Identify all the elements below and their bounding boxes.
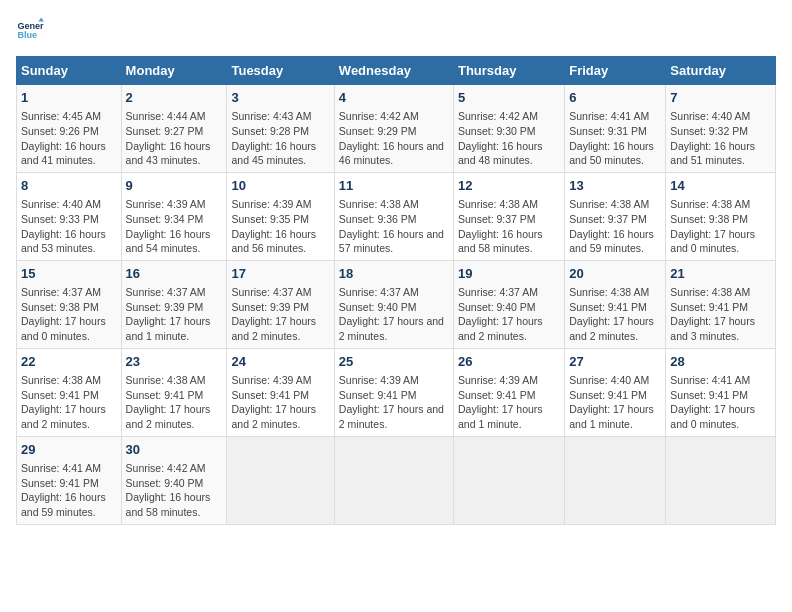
day-number: 20 <box>569 265 661 283</box>
day-info: Sunrise: 4:38 AM Sunset: 9:36 PM Dayligh… <box>339 197 449 256</box>
day-info: Sunrise: 4:40 AM Sunset: 9:41 PM Dayligh… <box>569 373 661 432</box>
day-info: Sunrise: 4:41 AM Sunset: 9:31 PM Dayligh… <box>569 109 661 168</box>
day-info: Sunrise: 4:45 AM Sunset: 9:26 PM Dayligh… <box>21 109 117 168</box>
calendar-cell <box>565 436 666 524</box>
calendar-cell: 7Sunrise: 4:40 AM Sunset: 9:32 PM Daylig… <box>666 85 776 173</box>
day-number: 18 <box>339 265 449 283</box>
day-info: Sunrise: 4:38 AM Sunset: 9:37 PM Dayligh… <box>458 197 560 256</box>
day-number: 8 <box>21 177 117 195</box>
day-number: 9 <box>126 177 223 195</box>
day-info: Sunrise: 4:37 AM Sunset: 9:39 PM Dayligh… <box>231 285 329 344</box>
calendar-cell: 9Sunrise: 4:39 AM Sunset: 9:34 PM Daylig… <box>121 172 227 260</box>
day-info: Sunrise: 4:37 AM Sunset: 9:40 PM Dayligh… <box>458 285 560 344</box>
svg-text:General: General <box>17 21 44 31</box>
day-number: 6 <box>569 89 661 107</box>
day-info: Sunrise: 4:44 AM Sunset: 9:27 PM Dayligh… <box>126 109 223 168</box>
day-number: 17 <box>231 265 329 283</box>
calendar-cell: 30Sunrise: 4:42 AM Sunset: 9:40 PM Dayli… <box>121 436 227 524</box>
day-info: Sunrise: 4:42 AM Sunset: 9:40 PM Dayligh… <box>126 461 223 520</box>
calendar-week-row: 22Sunrise: 4:38 AM Sunset: 9:41 PM Dayli… <box>17 348 776 436</box>
calendar-cell: 15Sunrise: 4:37 AM Sunset: 9:38 PM Dayli… <box>17 260 122 348</box>
day-number: 14 <box>670 177 771 195</box>
day-number: 7 <box>670 89 771 107</box>
calendar-cell <box>666 436 776 524</box>
page-header: General Blue <box>16 16 776 44</box>
day-info: Sunrise: 4:39 AM Sunset: 9:41 PM Dayligh… <box>231 373 329 432</box>
calendar-cell: 18Sunrise: 4:37 AM Sunset: 9:40 PM Dayli… <box>334 260 453 348</box>
calendar-cell: 25Sunrise: 4:39 AM Sunset: 9:41 PM Dayli… <box>334 348 453 436</box>
day-number: 12 <box>458 177 560 195</box>
day-number: 29 <box>21 441 117 459</box>
calendar-cell: 5Sunrise: 4:42 AM Sunset: 9:30 PM Daylig… <box>453 85 564 173</box>
day-info: Sunrise: 4:43 AM Sunset: 9:28 PM Dayligh… <box>231 109 329 168</box>
calendar-cell: 3Sunrise: 4:43 AM Sunset: 9:28 PM Daylig… <box>227 85 334 173</box>
day-info: Sunrise: 4:42 AM Sunset: 9:29 PM Dayligh… <box>339 109 449 168</box>
logo-icon: General Blue <box>16 16 44 44</box>
header-friday: Friday <box>565 57 666 85</box>
day-info: Sunrise: 4:38 AM Sunset: 9:41 PM Dayligh… <box>126 373 223 432</box>
calendar-cell: 11Sunrise: 4:38 AM Sunset: 9:36 PM Dayli… <box>334 172 453 260</box>
day-info: Sunrise: 4:38 AM Sunset: 9:38 PM Dayligh… <box>670 197 771 256</box>
day-number: 16 <box>126 265 223 283</box>
day-info: Sunrise: 4:37 AM Sunset: 9:38 PM Dayligh… <box>21 285 117 344</box>
day-info: Sunrise: 4:37 AM Sunset: 9:40 PM Dayligh… <box>339 285 449 344</box>
calendar-table: SundayMondayTuesdayWednesdayThursdayFrid… <box>16 56 776 525</box>
calendar-week-row: 29Sunrise: 4:41 AM Sunset: 9:41 PM Dayli… <box>17 436 776 524</box>
calendar-cell: 10Sunrise: 4:39 AM Sunset: 9:35 PM Dayli… <box>227 172 334 260</box>
header-tuesday: Tuesday <box>227 57 334 85</box>
day-info: Sunrise: 4:39 AM Sunset: 9:34 PM Dayligh… <box>126 197 223 256</box>
calendar-cell: 14Sunrise: 4:38 AM Sunset: 9:38 PM Dayli… <box>666 172 776 260</box>
day-number: 13 <box>569 177 661 195</box>
calendar-cell: 24Sunrise: 4:39 AM Sunset: 9:41 PM Dayli… <box>227 348 334 436</box>
day-info: Sunrise: 4:40 AM Sunset: 9:33 PM Dayligh… <box>21 197 117 256</box>
calendar-cell: 8Sunrise: 4:40 AM Sunset: 9:33 PM Daylig… <box>17 172 122 260</box>
day-number: 25 <box>339 353 449 371</box>
calendar-cell: 12Sunrise: 4:38 AM Sunset: 9:37 PM Dayli… <box>453 172 564 260</box>
calendar-cell: 20Sunrise: 4:38 AM Sunset: 9:41 PM Dayli… <box>565 260 666 348</box>
day-number: 19 <box>458 265 560 283</box>
day-number: 3 <box>231 89 329 107</box>
calendar-cell: 19Sunrise: 4:37 AM Sunset: 9:40 PM Dayli… <box>453 260 564 348</box>
calendar-cell <box>227 436 334 524</box>
day-number: 5 <box>458 89 560 107</box>
calendar-week-row: 8Sunrise: 4:40 AM Sunset: 9:33 PM Daylig… <box>17 172 776 260</box>
day-info: Sunrise: 4:38 AM Sunset: 9:41 PM Dayligh… <box>670 285 771 344</box>
svg-text:Blue: Blue <box>17 30 37 40</box>
calendar-week-row: 15Sunrise: 4:37 AM Sunset: 9:38 PM Dayli… <box>17 260 776 348</box>
calendar-cell: 6Sunrise: 4:41 AM Sunset: 9:31 PM Daylig… <box>565 85 666 173</box>
day-number: 4 <box>339 89 449 107</box>
logo: General Blue <box>16 16 48 44</box>
day-number: 24 <box>231 353 329 371</box>
day-info: Sunrise: 4:41 AM Sunset: 9:41 PM Dayligh… <box>21 461 117 520</box>
calendar-cell: 28Sunrise: 4:41 AM Sunset: 9:41 PM Dayli… <box>666 348 776 436</box>
day-number: 11 <box>339 177 449 195</box>
day-number: 22 <box>21 353 117 371</box>
day-number: 15 <box>21 265 117 283</box>
day-info: Sunrise: 4:37 AM Sunset: 9:39 PM Dayligh… <box>126 285 223 344</box>
day-info: Sunrise: 4:38 AM Sunset: 9:41 PM Dayligh… <box>569 285 661 344</box>
day-number: 21 <box>670 265 771 283</box>
day-info: Sunrise: 4:38 AM Sunset: 9:37 PM Dayligh… <box>569 197 661 256</box>
day-info: Sunrise: 4:40 AM Sunset: 9:32 PM Dayligh… <box>670 109 771 168</box>
calendar-cell <box>334 436 453 524</box>
day-info: Sunrise: 4:38 AM Sunset: 9:41 PM Dayligh… <box>21 373 117 432</box>
calendar-cell: 4Sunrise: 4:42 AM Sunset: 9:29 PM Daylig… <box>334 85 453 173</box>
day-number: 1 <box>21 89 117 107</box>
calendar-cell: 21Sunrise: 4:38 AM Sunset: 9:41 PM Dayli… <box>666 260 776 348</box>
day-number: 23 <box>126 353 223 371</box>
header-wednesday: Wednesday <box>334 57 453 85</box>
calendar-header-row: SundayMondayTuesdayWednesdayThursdayFrid… <box>17 57 776 85</box>
day-number: 2 <box>126 89 223 107</box>
calendar-cell: 26Sunrise: 4:39 AM Sunset: 9:41 PM Dayli… <box>453 348 564 436</box>
calendar-cell: 16Sunrise: 4:37 AM Sunset: 9:39 PM Dayli… <box>121 260 227 348</box>
day-number: 27 <box>569 353 661 371</box>
header-monday: Monday <box>121 57 227 85</box>
calendar-cell: 23Sunrise: 4:38 AM Sunset: 9:41 PM Dayli… <box>121 348 227 436</box>
header-saturday: Saturday <box>666 57 776 85</box>
header-sunday: Sunday <box>17 57 122 85</box>
calendar-cell <box>453 436 564 524</box>
day-number: 26 <box>458 353 560 371</box>
calendar-cell: 29Sunrise: 4:41 AM Sunset: 9:41 PM Dayli… <box>17 436 122 524</box>
calendar-cell: 13Sunrise: 4:38 AM Sunset: 9:37 PM Dayli… <box>565 172 666 260</box>
calendar-cell: 2Sunrise: 4:44 AM Sunset: 9:27 PM Daylig… <box>121 85 227 173</box>
